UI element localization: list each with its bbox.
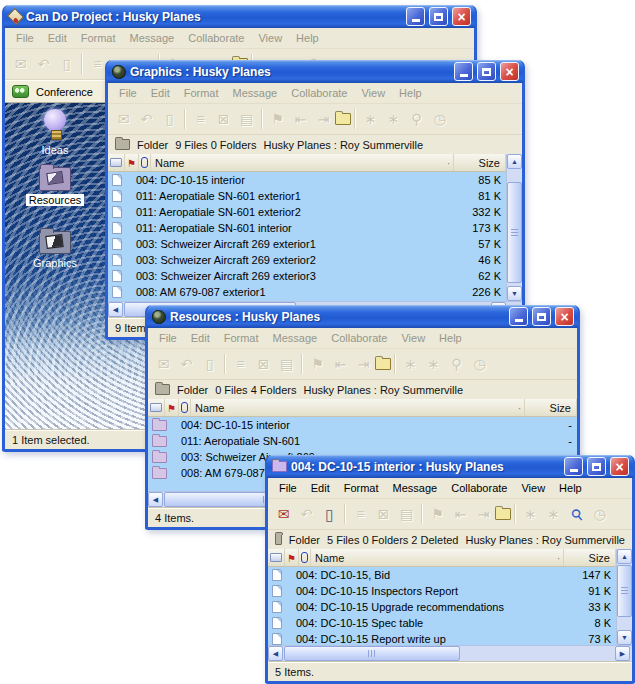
minimize-button[interactable] (564, 457, 583, 476)
menu-item[interactable]: View (394, 329, 432, 347)
menu-item[interactable]: File (152, 329, 184, 347)
vertical-scrollbar[interactable] (616, 549, 632, 645)
scroll-up-button[interactable] (617, 549, 632, 564)
scroll-down-button[interactable] (507, 286, 522, 301)
scroll-left-button[interactable] (268, 646, 283, 661)
graphics-window-icon (112, 65, 126, 79)
maximize-button[interactable] (587, 457, 606, 476)
menu-item[interactable]: Edit (144, 84, 177, 102)
desktop: Can Do Project : Husky Planes FileEditFo… (0, 0, 635, 684)
scrollbar-thumb[interactable] (507, 182, 522, 283)
menu-item[interactable]: Help (289, 29, 326, 47)
sidebar-item[interactable]: Resources (11, 167, 99, 206)
parent-folder-icon[interactable] (495, 508, 511, 520)
new-message-icon[interactable]: ✉ (272, 503, 295, 525)
table-row[interactable]: 003: Schweizer Aircraft 269 exterior1 57… (108, 236, 506, 252)
menu-item[interactable]: Collaborate (324, 329, 394, 347)
maximize-button[interactable] (429, 7, 448, 26)
horizontal-scrollbar[interactable] (268, 645, 632, 661)
table-row[interactable]: 011: Aeropatiale SN-601 exterior2 332 K (108, 204, 506, 220)
menu-item[interactable]: Collaborate (284, 84, 354, 102)
toolbar-separator (261, 109, 263, 129)
table-row[interactable]: 004: DC-10-15 Inspectors Report 91 K (268, 583, 616, 599)
titlebar[interactable]: Graphics : Husky Planes (107, 60, 523, 83)
vertical-scrollbar[interactable] (506, 154, 522, 301)
menu-item[interactable]: Edit (41, 29, 74, 47)
column-name[interactable]: Name (311, 549, 554, 566)
table-row[interactable]: 003: Schweizer Aircraft 269 exterior3 62… (108, 268, 506, 284)
menu-item[interactable]: Format (177, 84, 226, 102)
menu-item[interactable]: Help (392, 84, 429, 102)
maximize-button[interactable] (532, 307, 551, 326)
menu-item[interactable]: File (112, 84, 144, 102)
column-name[interactable]: Name (191, 399, 515, 416)
column-header[interactable]: Name · Size (268, 549, 632, 567)
status-text: 1 Item selected. (12, 434, 90, 446)
scroll-left-button[interactable] (148, 492, 163, 507)
maximize-button[interactable] (477, 62, 496, 81)
menu-item[interactable]: View (251, 29, 289, 47)
column-name[interactable]: Name (151, 154, 444, 171)
scroll-right-button[interactable] (615, 646, 630, 661)
menu-item[interactable]: Collaborate (444, 479, 514, 497)
sidebar-item[interactable]: Ideas (11, 109, 99, 156)
scrollbar-thumb[interactable] (284, 646, 460, 661)
menu-item[interactable]: File (9, 29, 41, 47)
table-row[interactable]: 003: Schweizer Aircraft 269 exterior2 46… (108, 252, 506, 268)
column-header[interactable]: Name · Size (108, 154, 522, 172)
table-row[interactable]: 004: DC-10-15 Upgrade recommendations 33… (268, 599, 616, 615)
scrollbar-thumb[interactable] (617, 565, 632, 617)
window-title: Graphics : Husky Planes (130, 65, 450, 79)
file-name: 003: Schweizer Aircraft 269 exterior1 (136, 238, 443, 250)
menu-item[interactable]: Help (552, 479, 589, 497)
menu-item[interactable]: Message (226, 84, 285, 102)
menu-item[interactable]: Message (386, 479, 445, 497)
minimize-button[interactable] (454, 62, 473, 81)
table-row[interactable]: 004: DC-10-15 interior - (148, 417, 577, 433)
menu-item[interactable]: View (354, 84, 392, 102)
close-button[interactable] (555, 307, 574, 326)
table-row[interactable]: 011: Aeropatiale SN-601 - (148, 433, 577, 449)
titlebar[interactable]: Can Do Project : Husky Planes (4, 5, 475, 28)
column-size[interactable]: Size (525, 399, 577, 416)
column-header[interactable]: Name · Size (148, 399, 577, 417)
menu-item[interactable]: File (272, 479, 304, 497)
titlebar[interactable]: Resources : Husky Planes (147, 305, 578, 328)
sidebar-item-label: Graphics (33, 257, 77, 269)
close-button[interactable] (452, 7, 471, 26)
file-icon (272, 569, 282, 581)
organize-icon: ▤ (395, 503, 418, 525)
menu-item[interactable]: Format (337, 479, 386, 497)
scroll-up-button[interactable] (507, 154, 522, 169)
scroll-left-button[interactable] (108, 302, 123, 317)
minimize-button[interactable] (509, 307, 528, 326)
table-row[interactable]: 004: DC-10-15, Bid 147 K (268, 567, 616, 583)
menu-item[interactable]: Format (217, 329, 266, 347)
resources-icon (39, 167, 71, 191)
table-row[interactable]: 004: DC-10-15 interior 85 K (108, 172, 506, 188)
menu-item[interactable]: Message (266, 329, 325, 347)
sidebar-item[interactable]: Graphics (11, 231, 99, 269)
menu-item[interactable]: Edit (304, 479, 337, 497)
minimize-button[interactable] (406, 7, 425, 26)
menu-item[interactable]: Help (432, 329, 469, 347)
scroll-down-button[interactable] (617, 630, 632, 645)
menu-item[interactable]: Collaborate (181, 29, 251, 47)
close-button[interactable] (500, 62, 519, 81)
menu-item[interactable]: View (514, 479, 552, 497)
table-row[interactable]: 004: DC-10-15 Report write up 73 K (268, 631, 616, 645)
file-icon (112, 222, 122, 234)
menu-item[interactable]: Message (123, 29, 182, 47)
menu-item[interactable]: Edit (184, 329, 217, 347)
table-row[interactable]: 011: Aeropatiale SN-601 exterior1 81 K (108, 188, 506, 204)
table-row[interactable]: 011: Aeropatiale SN-601 interior 173 K (108, 220, 506, 236)
new-document-icon[interactable]: ▯ (318, 503, 341, 525)
table-row[interactable]: 008: AM 679-087 exterior1 226 K (108, 284, 506, 300)
column-size[interactable]: Size (454, 154, 506, 171)
menu-item[interactable]: Format (74, 29, 123, 47)
titlebar[interactable]: 004: DC-10-15 interior : Husky Planes (267, 455, 633, 478)
folder-info-bar: Folder 0 Files 4 Folders Husky Planes : … (148, 380, 577, 399)
column-size[interactable]: Size (564, 549, 616, 566)
table-row[interactable]: 004: DC-10-15 Spec table 8 K (268, 615, 616, 631)
close-button[interactable] (610, 457, 629, 476)
